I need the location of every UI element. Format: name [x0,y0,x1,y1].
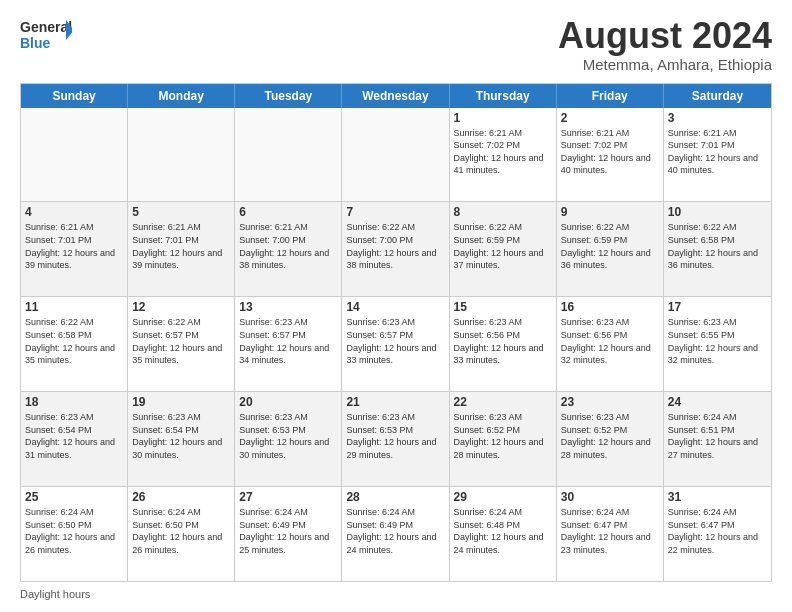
day-info: Sunrise: 6:24 AM Sunset: 6:47 PM Dayligh… [668,506,767,556]
day-info: Sunrise: 6:24 AM Sunset: 6:51 PM Dayligh… [668,411,767,461]
day-info: Sunrise: 6:23 AM Sunset: 6:57 PM Dayligh… [239,316,337,366]
day-info: Sunrise: 6:24 AM Sunset: 6:47 PM Dayligh… [561,506,659,556]
day-cell-15: 15Sunrise: 6:23 AM Sunset: 6:56 PM Dayli… [450,297,557,391]
day-number: 2 [561,111,659,125]
day-number: 1 [454,111,552,125]
header-cell-tuesday: Tuesday [235,84,342,108]
day-cell-22: 22Sunrise: 6:23 AM Sunset: 6:52 PM Dayli… [450,392,557,486]
footer-note: Daylight hours [20,588,772,600]
day-info: Sunrise: 6:22 AM Sunset: 6:58 PM Dayligh… [25,316,123,366]
day-number: 25 [25,490,123,504]
day-cell-24: 24Sunrise: 6:24 AM Sunset: 6:51 PM Dayli… [664,392,771,486]
day-cell-16: 16Sunrise: 6:23 AM Sunset: 6:56 PM Dayli… [557,297,664,391]
day-info: Sunrise: 6:22 AM Sunset: 6:59 PM Dayligh… [561,221,659,271]
day-cell-4: 4Sunrise: 6:21 AM Sunset: 7:01 PM Daylig… [21,202,128,296]
day-cell-7: 7Sunrise: 6:22 AM Sunset: 7:00 PM Daylig… [342,202,449,296]
day-info: Sunrise: 6:24 AM Sunset: 6:48 PM Dayligh… [454,506,552,556]
day-cell-31: 31Sunrise: 6:24 AM Sunset: 6:47 PM Dayli… [664,487,771,581]
cal-row-1: 1Sunrise: 6:21 AM Sunset: 7:02 PM Daylig… [21,108,771,203]
day-cell-13: 13Sunrise: 6:23 AM Sunset: 6:57 PM Dayli… [235,297,342,391]
day-number: 23 [561,395,659,409]
day-number: 5 [132,205,230,219]
day-info: Sunrise: 6:21 AM Sunset: 7:02 PM Dayligh… [561,127,659,177]
day-info: Sunrise: 6:22 AM Sunset: 6:58 PM Dayligh… [668,221,767,271]
day-info: Sunrise: 6:21 AM Sunset: 7:01 PM Dayligh… [668,127,767,177]
day-info: Sunrise: 6:24 AM Sunset: 6:50 PM Dayligh… [132,506,230,556]
day-number: 24 [668,395,767,409]
day-number: 9 [561,205,659,219]
day-number: 27 [239,490,337,504]
day-cell-9: 9Sunrise: 6:22 AM Sunset: 6:59 PM Daylig… [557,202,664,296]
day-number: 30 [561,490,659,504]
day-info: Sunrise: 6:24 AM Sunset: 6:49 PM Dayligh… [346,506,444,556]
day-info: Sunrise: 6:23 AM Sunset: 6:54 PM Dayligh… [25,411,123,461]
day-cell-20: 20Sunrise: 6:23 AM Sunset: 6:53 PM Dayli… [235,392,342,486]
day-cell-11: 11Sunrise: 6:22 AM Sunset: 6:58 PM Dayli… [21,297,128,391]
cal-row-3: 11Sunrise: 6:22 AM Sunset: 6:58 PM Dayli… [21,297,771,392]
header-cell-monday: Monday [128,84,235,108]
day-cell-28: 28Sunrise: 6:24 AM Sunset: 6:49 PM Dayli… [342,487,449,581]
day-info: Sunrise: 6:23 AM Sunset: 6:52 PM Dayligh… [561,411,659,461]
header-cell-sunday: Sunday [21,84,128,108]
calendar: SundayMondayTuesdayWednesdayThursdayFrid… [20,83,772,582]
day-number: 7 [346,205,444,219]
day-number: 29 [454,490,552,504]
day-cell-27: 27Sunrise: 6:24 AM Sunset: 6:49 PM Dayli… [235,487,342,581]
day-info: Sunrise: 6:21 AM Sunset: 7:01 PM Dayligh… [132,221,230,271]
main-title: August 2024 [558,16,772,56]
day-number: 20 [239,395,337,409]
empty-cell [128,108,235,202]
day-number: 16 [561,300,659,314]
logo: General Blue [20,16,72,58]
day-number: 11 [25,300,123,314]
day-info: Sunrise: 6:23 AM Sunset: 6:52 PM Dayligh… [454,411,552,461]
cal-row-5: 25Sunrise: 6:24 AM Sunset: 6:50 PM Dayli… [21,487,771,581]
empty-cell [235,108,342,202]
empty-cell [21,108,128,202]
day-cell-5: 5Sunrise: 6:21 AM Sunset: 7:01 PM Daylig… [128,202,235,296]
logo-svg: General Blue [20,16,72,58]
day-cell-30: 30Sunrise: 6:24 AM Sunset: 6:47 PM Dayli… [557,487,664,581]
day-number: 18 [25,395,123,409]
day-number: 14 [346,300,444,314]
day-info: Sunrise: 6:24 AM Sunset: 6:50 PM Dayligh… [25,506,123,556]
day-number: 8 [454,205,552,219]
svg-text:Blue: Blue [20,35,51,51]
day-cell-1: 1Sunrise: 6:21 AM Sunset: 7:02 PM Daylig… [450,108,557,202]
day-info: Sunrise: 6:22 AM Sunset: 6:59 PM Dayligh… [454,221,552,271]
day-number: 10 [668,205,767,219]
day-info: Sunrise: 6:23 AM Sunset: 6:54 PM Dayligh… [132,411,230,461]
day-cell-21: 21Sunrise: 6:23 AM Sunset: 6:53 PM Dayli… [342,392,449,486]
day-cell-18: 18Sunrise: 6:23 AM Sunset: 6:54 PM Dayli… [21,392,128,486]
day-info: Sunrise: 6:21 AM Sunset: 7:01 PM Dayligh… [25,221,123,271]
day-info: Sunrise: 6:21 AM Sunset: 7:02 PM Dayligh… [454,127,552,177]
day-info: Sunrise: 6:23 AM Sunset: 6:55 PM Dayligh… [668,316,767,366]
day-number: 15 [454,300,552,314]
day-info: Sunrise: 6:23 AM Sunset: 6:53 PM Dayligh… [346,411,444,461]
day-info: Sunrise: 6:24 AM Sunset: 6:49 PM Dayligh… [239,506,337,556]
day-cell-29: 29Sunrise: 6:24 AM Sunset: 6:48 PM Dayli… [450,487,557,581]
day-number: 21 [346,395,444,409]
day-cell-8: 8Sunrise: 6:22 AM Sunset: 6:59 PM Daylig… [450,202,557,296]
header-cell-saturday: Saturday [664,84,771,108]
day-cell-3: 3Sunrise: 6:21 AM Sunset: 7:01 PM Daylig… [664,108,771,202]
day-number: 4 [25,205,123,219]
day-info: Sunrise: 6:22 AM Sunset: 6:57 PM Dayligh… [132,316,230,366]
day-info: Sunrise: 6:23 AM Sunset: 6:56 PM Dayligh… [454,316,552,366]
day-cell-23: 23Sunrise: 6:23 AM Sunset: 6:52 PM Dayli… [557,392,664,486]
empty-cell [342,108,449,202]
cal-row-2: 4Sunrise: 6:21 AM Sunset: 7:01 PM Daylig… [21,202,771,297]
header-cell-wednesday: Wednesday [342,84,449,108]
day-info: Sunrise: 6:22 AM Sunset: 7:00 PM Dayligh… [346,221,444,271]
cal-row-4: 18Sunrise: 6:23 AM Sunset: 6:54 PM Dayli… [21,392,771,487]
calendar-header: SundayMondayTuesdayWednesdayThursdayFrid… [21,84,771,108]
header-cell-friday: Friday [557,84,664,108]
day-cell-19: 19Sunrise: 6:23 AM Sunset: 6:54 PM Dayli… [128,392,235,486]
day-cell-10: 10Sunrise: 6:22 AM Sunset: 6:58 PM Dayli… [664,202,771,296]
day-cell-17: 17Sunrise: 6:23 AM Sunset: 6:55 PM Dayli… [664,297,771,391]
title-block: August 2024 Metemma, Amhara, Ethiopia [558,16,772,73]
day-cell-12: 12Sunrise: 6:22 AM Sunset: 6:57 PM Dayli… [128,297,235,391]
day-cell-26: 26Sunrise: 6:24 AM Sunset: 6:50 PM Dayli… [128,487,235,581]
day-info: Sunrise: 6:23 AM Sunset: 6:57 PM Dayligh… [346,316,444,366]
day-cell-2: 2Sunrise: 6:21 AM Sunset: 7:02 PM Daylig… [557,108,664,202]
